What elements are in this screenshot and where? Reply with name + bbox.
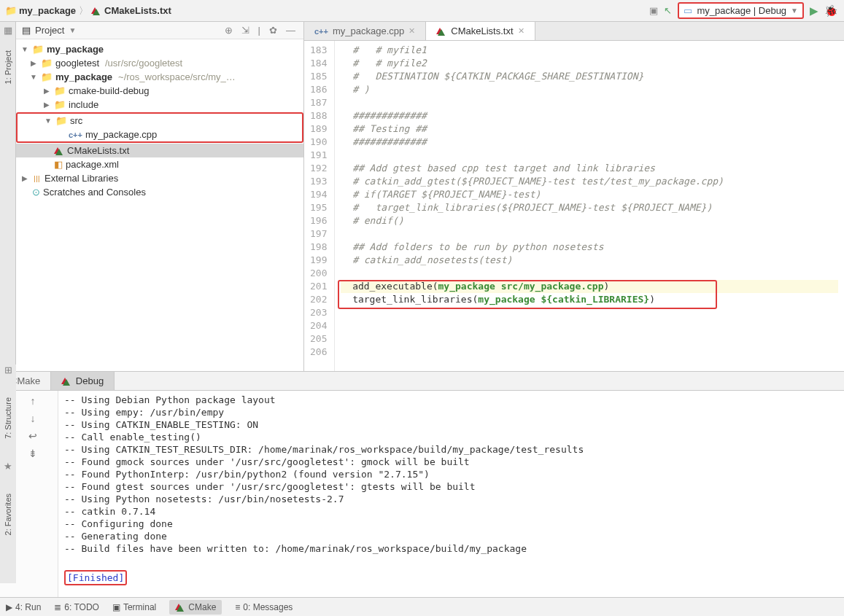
chevron-right-icon[interactable]: ▶ [42,101,51,109]
tree-item-src-file[interactable]: c++ my_package.cpp [18,128,302,141]
divider: | [256,25,263,36]
tree-item-label: src [70,115,82,126]
cmake-icon [54,147,61,154]
chevron-down-icon[interactable]: ▼ [69,26,76,34]
cmake-console[interactable]: -- Using Debian Python package layout-- … [58,391,844,597]
favorites-icon[interactable]: ★ [4,461,12,472]
tree-item-label: googletest [55,58,99,69]
tree-item-label: my_package [47,44,104,55]
tree-item-googletest[interactable]: ▶ 📁 googletest /usr/src/googletest [16,56,303,70]
editor-area: c++ my_package.cpp ✕ CMakeLists.txt ✕ 18… [304,22,844,371]
library-icon: ⫼ [32,173,42,184]
project-panel-icon: ▤ [22,25,31,36]
editor-tab-cmake[interactable]: CMakeLists.txt ✕ [426,22,535,40]
code-content[interactable]: # # myfile1 # # myfile2 # DESTINATION ${… [335,41,844,371]
project-tab-icon[interactable]: ▦ [4,25,12,36]
tree-item-cmake-build[interactable]: ▶ 📁 cmake-build-debug [16,84,303,98]
cmake-icon [91,7,98,14]
chevron-right-icon: 〉 [79,4,88,17]
editor-tab-bar: c++ my_package.cpp ✕ CMakeLists.txt ✕ [304,22,844,41]
tree-item-label: Scratches and Consoles [43,187,146,198]
chevron-down-icon[interactable]: ▼ [29,73,38,81]
folder-icon: 📁 [41,71,53,82]
tree-item-label: External Libraries [44,173,118,184]
close-icon[interactable]: ✕ [518,26,524,36]
scroll-icon[interactable]: ⇟ [26,448,39,459]
folder-icon: 📁 [6,6,16,16]
line-gutter: 1831841851861871881891901911921931941951… [304,41,335,371]
cmake-icon [175,604,182,610]
breadcrumb-file: CMakeLists.txt [104,5,171,16]
chevron-right-icon[interactable]: ▶ [42,87,51,95]
finished-label: [Finished] [64,570,127,585]
tree-item-label: my_package [55,71,112,82]
debug-button[interactable]: 🐞 [824,4,838,17]
tree-item-src[interactable]: ▼ 📁 src [18,114,302,128]
layout-icon[interactable]: ▣ [649,5,658,16]
tree-item-cmakelists[interactable]: CMakeLists.txt [16,144,303,157]
bottom-tab-label: Debug [76,375,104,386]
tree-item-label: CMakeLists.txt [67,145,129,156]
project-tool-window: ▤ Project ▼ ⊕ ⇲ | ✿ — ▼ 📁 my_package ▶ 📁… [16,22,304,371]
status-cmake[interactable]: CMake [169,600,222,615]
gear-icon[interactable]: ✿ [267,25,279,36]
up-icon[interactable]: ↑ [26,395,39,407]
editor-tab-cpp[interactable]: c++ my_package.cpp ✕ [304,22,426,40]
locate-icon[interactable]: ⊕ [222,25,235,36]
chevron-down-icon: ▼ [791,7,798,15]
status-terminal[interactable]: ▣Terminal [112,602,156,612]
tree-root[interactable]: ▼ 📁 my_package [16,42,303,56]
folder-icon: 📁 [54,85,66,96]
folder-icon: 📁 [41,58,53,69]
wrap-icon[interactable]: ↩ [26,430,39,442]
top-toolbar: 📁 my_package 〉 CMakeLists.txt ▣ ↖ ▭ my_p… [0,0,844,22]
cpp-file-icon: c++ [314,27,328,36]
tree-item-label: package.xml [66,159,119,170]
folder-icon: 📁 [32,44,44,55]
tree-item-path: /usr/src/googletest [105,58,182,69]
xml-file-icon: ◧ [54,159,63,170]
code-editor[interactable]: 1831841851861871881891901911921931941951… [304,41,844,371]
tree-item-package[interactable]: ▼ 📁 my_package ~/ros_workspace/src/my_… [16,70,303,84]
window-icon: ▭ [684,5,692,16]
tree-item-scratches[interactable]: ⊙ Scratches and Consoles [16,185,303,199]
hide-icon[interactable]: — [284,25,298,36]
collapse-icon[interactable]: ⇲ [239,25,252,36]
folder-icon: 📁 [55,115,67,126]
close-icon[interactable]: ✕ [409,26,415,36]
down-icon[interactable]: ↓ [26,413,39,424]
list-icon: ≣ [54,602,61,612]
sidetab-structure[interactable]: 7: Structure [4,397,12,439]
tree-item-include[interactable]: ▶ 📁 include [16,98,303,112]
breadcrumb[interactable]: 📁 my_package 〉 CMakeLists.txt [6,4,171,17]
left-toolwindow-stripe: ▦ 1: Project [0,22,16,371]
status-run[interactable]: ▶4: Run [6,602,41,612]
tree-item-packagexml[interactable]: ◧ package.xml [16,157,303,171]
sidetab-project[interactable]: 1: Project [4,50,12,84]
build-icon[interactable]: ↖ [664,5,672,16]
project-tree[interactable]: ▼ 📁 my_package ▶ 📁 googletest /usr/src/g… [16,39,303,371]
run-button[interactable]: ▶ [810,4,818,17]
bottom-tool-window: CMake Debug ⟳↑ ▬↓ 🗀↩ ⚙⇟ 🖶 🗑 -- Using Deb… [0,371,844,597]
terminal-icon: ▣ [112,602,120,612]
run-configuration-selector[interactable]: ▭ my_package | Debug ▼ [678,2,804,19]
breadcrumb-root: my_package [19,5,76,16]
folder-icon: 📁 [54,99,66,110]
chevron-down-icon[interactable]: ▼ [44,117,53,125]
chevron-down-icon[interactable]: ▼ [20,45,29,53]
tree-item-external-libs[interactable]: ▶ ⫼ External Libraries [16,171,303,185]
bottom-tab-debug[interactable]: Debug [51,372,115,390]
editor-tab-label: my_package.cpp [333,26,404,36]
structure-icon[interactable]: ⊞ [4,364,12,375]
run-config-label: my_package | Debug [697,5,786,16]
sidetab-favorites[interactable]: 2: Favorites [4,494,12,535]
editor-tab-label: CMakeLists.txt [451,26,513,36]
chevron-right-icon[interactable]: ▶ [29,59,38,67]
tree-item-label: cmake-build-debug [69,85,150,96]
status-bar: ▶4: Run ≣6: TODO ▣Terminal CMake ≡0: Mes… [0,597,844,616]
chevron-right-icon[interactable]: ▶ [20,174,29,182]
project-panel-title: Project [35,25,64,36]
status-todo[interactable]: ≣6: TODO [54,602,99,612]
tree-item-path: ~/ros_workspace/src/my_… [118,71,236,82]
status-messages[interactable]: ≡0: Messages [235,602,293,612]
